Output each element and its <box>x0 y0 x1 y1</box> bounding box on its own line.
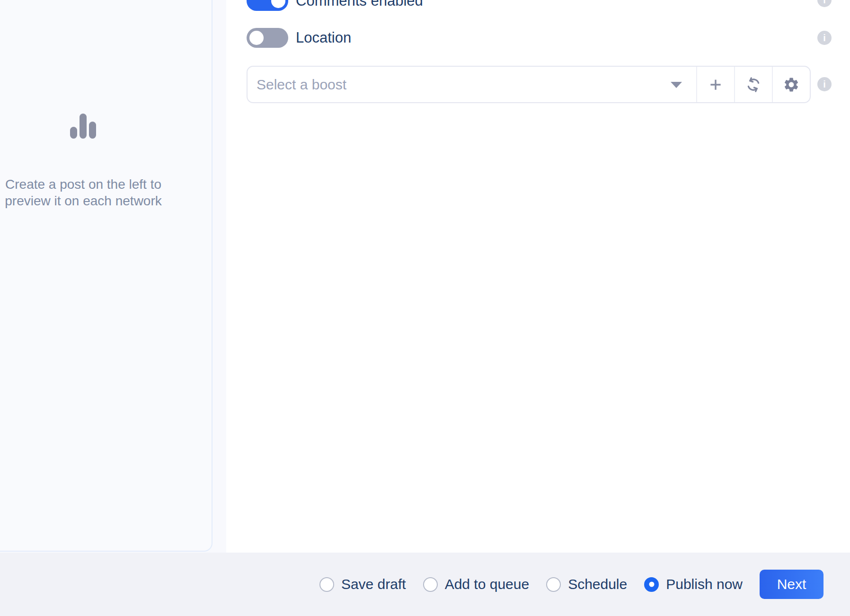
toggle-knob <box>271 0 285 8</box>
refresh-icon <box>745 76 762 93</box>
publish-action-bar: Save draft Add to queue Schedule Publish… <box>0 553 850 616</box>
preview-empty-state-line1: Create a post on the left to <box>5 176 162 193</box>
post-options-panel: Comments enabled i Location i Select a b… <box>226 0 850 553</box>
refresh-boosts-button[interactable] <box>734 67 772 102</box>
location-toggle[interactable] <box>247 28 288 48</box>
bar-chart-icon <box>70 114 96 139</box>
comments-info-icon[interactable]: i <box>817 0 832 7</box>
boost-select-placeholder: Select a boost <box>257 77 346 93</box>
boost-control-group: Select a boost <box>247 66 811 103</box>
radio-circle <box>423 577 438 592</box>
boost-info-icon[interactable]: i <box>817 77 832 91</box>
comments-enabled-row: Comments enabled <box>247 0 423 11</box>
add-to-queue-label: Add to queue <box>445 576 530 592</box>
publish-now-label: Publish now <box>666 576 743 592</box>
network-preview-panel <box>0 0 212 552</box>
bar-chart-icon-bar <box>80 114 87 139</box>
comments-enabled-label: Comments enabled <box>296 0 423 9</box>
chevron-down-icon <box>671 82 682 88</box>
toggle-knob <box>249 31 264 45</box>
location-info-icon[interactable]: i <box>817 31 832 45</box>
save-draft-label: Save draft <box>341 576 406 592</box>
add-boost-button[interactable] <box>696 67 734 102</box>
next-button[interactable]: Next <box>760 570 823 599</box>
radio-circle <box>319 577 334 592</box>
radio-circle <box>644 577 659 592</box>
preview-empty-state-message: Create a post on the left to preview it … <box>5 176 162 209</box>
gear-icon <box>783 76 800 93</box>
post-composer-page: Create a post on the left to preview it … <box>0 0 850 616</box>
bar-chart-icon-bar <box>70 127 77 139</box>
save-draft-radio[interactable]: Save draft <box>319 576 406 592</box>
comments-enabled-toggle[interactable] <box>247 0 288 11</box>
boost-select-dropdown[interactable]: Select a boost <box>248 67 696 102</box>
boost-settings-button[interactable] <box>772 67 810 102</box>
location-label: Location <box>296 29 351 46</box>
add-to-queue-radio[interactable]: Add to queue <box>423 576 530 592</box>
bar-chart-icon-bar <box>89 122 96 139</box>
preview-empty-state-line2: preview it on each network <box>5 193 162 209</box>
publish-now-radio[interactable]: Publish now <box>644 576 743 592</box>
location-row: Location <box>247 28 351 48</box>
plus-icon <box>708 77 724 93</box>
schedule-label: Schedule <box>568 576 627 592</box>
schedule-radio[interactable]: Schedule <box>546 576 627 592</box>
radio-circle <box>546 577 561 592</box>
